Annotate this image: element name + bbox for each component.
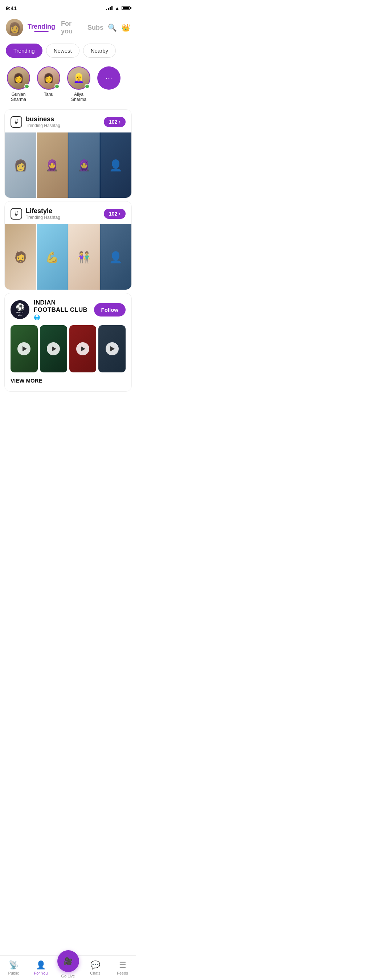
club-video-thumb[interactable]	[11, 325, 38, 372]
nav-label-chats: Chats	[90, 971, 100, 975]
story-avatar-wrap: 👩	[37, 67, 60, 90]
go-live-button[interactable]: 🎥	[57, 950, 79, 972]
club-video-thumb[interactable]	[98, 325, 126, 372]
hashtag-section-business: # business Trending Hashtag 102 › 👩 🧕 🧕 …	[4, 109, 132, 198]
nav-item-go-live[interactable]: 🎥 Go Live	[54, 955, 82, 980]
section-title-wrap: business Trending Hashtag	[26, 115, 100, 128]
signal-bars-icon	[106, 6, 113, 10]
filter-nearby[interactable]: Nearby	[83, 43, 116, 58]
club-videos	[11, 325, 126, 372]
nav-label-go-live: Go Live	[61, 974, 75, 978]
story-more-item[interactable]: ···	[97, 67, 121, 90]
story-item[interactable]: 👩 Gunjan Sharma	[6, 67, 31, 102]
filter-newest[interactable]: Newest	[46, 43, 80, 58]
club-name: INDIAN FOOTBALL CLUB	[34, 299, 90, 313]
view-more-row: VIEW MORE	[11, 372, 126, 385]
nav-item-for-you[interactable]: 👤 For You	[27, 958, 54, 978]
photo-thumb[interactable]: 👤	[100, 132, 132, 198]
play-button[interactable]	[18, 342, 30, 355]
filter-row: Trending Newest Nearby	[0, 39, 136, 62]
club-video-thumb[interactable]	[40, 325, 67, 372]
photos-row: 👩 🧕 🧕 👤	[5, 132, 131, 198]
filter-trending[interactable]: Trending	[6, 43, 43, 58]
tab-trending[interactable]: Trending	[27, 23, 55, 32]
story-item[interactable]: 👩 Tanu	[37, 67, 60, 97]
user-avatar[interactable]: 👩	[6, 19, 23, 36]
stories-row: 👩 Gunjan Sharma 👩 Tanu 👱‍♀️ Aliya Sharma…	[0, 62, 136, 107]
play-button[interactable]	[106, 342, 119, 355]
story-item[interactable]: 👱‍♀️ Aliya Sharma	[66, 67, 91, 102]
hashtag-section-lifestyle: # Lifestyle Trending Hashtag 102 › 🧔 💪 👫…	[4, 201, 132, 290]
nav-item-chats[interactable]: 💬 Chats	[82, 958, 109, 978]
story-avatar-wrap: 👱‍♀️	[67, 67, 90, 90]
chats-icon: 💬	[90, 960, 100, 970]
header-icons: 🔍 👑	[108, 23, 130, 32]
club-logo: ⚽ WINDYcity	[11, 300, 29, 319]
online-dot	[24, 84, 29, 89]
club-info: INDIAN FOOTBALL CLUB 🌐	[34, 299, 90, 320]
club-header: ⚽ WINDYcity INDIAN FOOTBALL CLUB 🌐 Follo…	[11, 299, 126, 320]
photo-thumb[interactable]: 👩	[5, 132, 37, 198]
club-video-thumb[interactable]	[69, 325, 97, 372]
status-bar: 9:41 ▲	[0, 0, 136, 16]
nav-label-feeds: Feeds	[117, 971, 128, 975]
follow-button[interactable]: Follow	[94, 303, 126, 317]
play-button[interactable]	[76, 342, 89, 355]
section-header: # business Trending Hashtag 102 ›	[5, 115, 131, 132]
for-you-icon: 👤	[36, 960, 46, 970]
bottom-nav: 📡 Public 👤 For You 🎥 Go Live 💬 Chats ☰ F…	[0, 955, 136, 980]
section-title: Lifestyle	[26, 207, 100, 215]
photo-thumb[interactable]: 🧕	[37, 132, 69, 198]
club-logo-shield: ⚽	[16, 303, 25, 312]
photos-row: 🧔 💪 👫 👤	[5, 224, 131, 290]
count-badge[interactable]: 102 ›	[104, 117, 126, 127]
club-type: 🌐	[34, 314, 90, 320]
go-live-icon: 🎥	[64, 957, 73, 966]
story-name: Tanu	[44, 92, 53, 97]
hashtag-icon: #	[11, 208, 22, 220]
crown-icon[interactable]: 👑	[121, 23, 130, 32]
play-button[interactable]	[47, 342, 60, 355]
status-icons: ▲	[106, 5, 130, 11]
play-triangle-icon	[52, 346, 56, 352]
photo-thumb[interactable]: 👫	[68, 224, 100, 290]
tab-subs[interactable]: Subs	[88, 24, 104, 32]
play-triangle-icon	[22, 346, 27, 352]
section-subtitle: Trending Hashtag	[26, 123, 100, 128]
status-time: 9:41	[6, 5, 17, 11]
tab-for-you[interactable]: For you	[61, 20, 82, 35]
story-more-button[interactable]: ···	[97, 67, 121, 90]
story-name: Gunjan Sharma	[6, 92, 31, 102]
count-badge[interactable]: 102 ›	[104, 209, 126, 219]
search-icon[interactable]: 🔍	[108, 23, 117, 32]
play-triangle-icon	[110, 346, 115, 352]
hashtag-icon: #	[11, 116, 22, 128]
section-title: business	[26, 115, 100, 123]
online-dot	[84, 84, 90, 89]
story-name: Aliya Sharma	[66, 92, 91, 102]
header-nav: Trending For you Subs	[27, 20, 104, 35]
club-card: ⚽ WINDYcity INDIAN FOOTBALL CLUB 🌐 Follo…	[4, 293, 132, 391]
public-icon: 📡	[9, 960, 19, 970]
online-dot	[54, 84, 59, 89]
app-header: 👩 Trending For you Subs 🔍 👑	[0, 16, 136, 39]
section-subtitle: Trending Hashtag	[26, 215, 100, 220]
nav-item-public[interactable]: 📡 Public	[0, 958, 27, 978]
play-triangle-icon	[81, 346, 85, 352]
section-header: # Lifestyle Trending Hashtag 102 ›	[5, 207, 131, 224]
section-title-wrap: Lifestyle Trending Hashtag	[26, 207, 100, 220]
photo-thumb[interactable]: 🧔	[5, 224, 37, 290]
nav-label-public: Public	[8, 971, 19, 975]
photo-thumb[interactable]: 👤	[100, 224, 132, 290]
battery-icon	[121, 6, 130, 10]
nav-item-feeds[interactable]: ☰ Feeds	[109, 958, 136, 978]
club-logo-text: WINDYcity	[16, 312, 24, 316]
feeds-icon: ☰	[119, 960, 126, 970]
story-avatar-wrap: 👩	[7, 67, 30, 90]
view-more-button[interactable]: VIEW MORE	[11, 377, 43, 383]
wifi-icon: ▲	[115, 5, 120, 11]
photo-thumb[interactable]: 💪	[37, 224, 69, 290]
nav-label-for-you: For You	[34, 971, 48, 975]
photo-thumb[interactable]: 🧕	[68, 132, 100, 198]
